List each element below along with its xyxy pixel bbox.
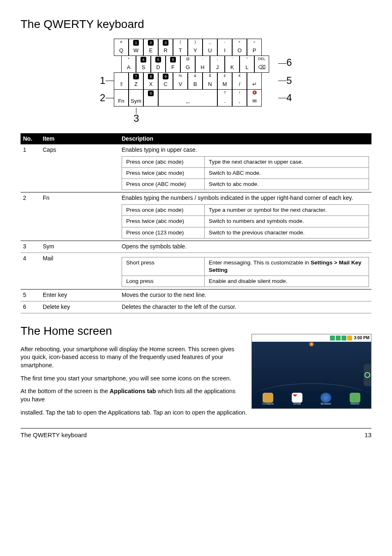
key: ⎵ — [158, 89, 217, 107]
wifi-icon — [336, 336, 341, 341]
th-no: No. — [21, 133, 40, 144]
home-p3-end: installed. Tap the tab to open the Appli… — [21, 409, 371, 417]
key: 6F — [166, 56, 180, 73]
table-row: 1CapsEnables typing in upper case.Press … — [21, 144, 371, 192]
annot-5: 5 — [286, 74, 292, 87]
dock-market[interactable]: Market — [348, 393, 362, 406]
key: @G — [180, 56, 195, 73]
annot-2: 2 — [100, 91, 105, 104]
home-p3-start: At the bottom of the screen is the Appli… — [21, 387, 243, 403]
heading-qwerty: The QWERTY keyboard — [21, 16, 371, 32]
key: 9C — [158, 72, 173, 90]
home-screenshot: 3:00 PM Contacts Gmail Browser Market — [251, 334, 371, 409]
key: 3R — [158, 39, 173, 56]
key: Sym — [129, 89, 143, 107]
key: ?. — [217, 89, 232, 107]
key: "L — [240, 56, 254, 73]
key: 'K — [225, 56, 240, 73]
key: 4S — [136, 56, 151, 73]
key: 0 — [143, 89, 158, 107]
description-table: No. Item Description 1CapsEnables typing… — [21, 133, 371, 313]
home-p1: After rebooting, your smartphone will di… — [21, 345, 243, 370]
table-row: 4MailShort pressEnter messaging. This is… — [21, 253, 371, 289]
th-item: Item — [40, 133, 119, 144]
table-row: 2FnEnables typing the numbers / symbols … — [21, 192, 371, 240]
dock-browser[interactable]: Browser — [319, 393, 332, 406]
key: 5°D — [151, 56, 166, 73]
signal-icon — [341, 336, 346, 341]
table-row: 5Enter keyMoves the cursor to the next l… — [21, 290, 371, 301]
key: )Y — [188, 39, 203, 56]
footer-title: The QWERTY keyboard — [21, 431, 87, 439]
key: :H — [195, 56, 210, 73]
dock: Contacts Gmail Browser Market — [252, 390, 371, 408]
key: Fn — [114, 89, 129, 107]
key: DEL⌫ — [254, 56, 269, 73]
key: £M — [217, 72, 232, 90]
annot-4: 4 — [286, 91, 292, 104]
table-row: 6Delete keyDeletes the character to the … — [21, 301, 371, 313]
key: -I — [217, 39, 232, 56]
keyboard-diagram: #Q1W2E3R(T)Y_U-I+O=P*A4S5°D6F@G:H;J'K"LD… — [81, 39, 311, 125]
battery-icon — [347, 336, 352, 341]
annot-6: 6 — [286, 56, 292, 69]
key: €/ — [232, 72, 247, 90]
key: =P — [247, 39, 262, 56]
key: ⇧ — [114, 72, 129, 90]
home-p2: The first time you start your smartphone… — [21, 375, 243, 383]
key: +O — [232, 39, 247, 56]
th-desc: Description — [119, 133, 371, 144]
page-footer: The QWERTY keyboard 13 — [21, 428, 371, 439]
key: $N — [203, 72, 217, 90]
footer-page-number: 13 — [364, 431, 371, 439]
key: %V — [173, 72, 188, 90]
bluetooth-icon — [330, 336, 335, 341]
key: 🔇✉ — [247, 89, 262, 107]
annot-3: 3 — [134, 112, 139, 125]
key: #Q — [114, 39, 129, 56]
key: _U — [203, 39, 217, 56]
key: 1W — [129, 39, 143, 56]
status-bar: 3:00 PM — [252, 334, 371, 342]
dock-gmail[interactable]: Gmail — [291, 393, 304, 406]
status-time: 3:00 PM — [354, 335, 369, 341]
sun-icon — [310, 343, 313, 346]
table-row: 3SymOpens the symbols table. — [21, 241, 371, 252]
key: ;J — [210, 56, 225, 73]
annot-1: 1 — [100, 74, 105, 87]
key: !, — [232, 89, 247, 107]
key: &B — [188, 72, 203, 90]
key: 2E — [143, 39, 158, 56]
key: 8X — [143, 72, 158, 90]
key: ↵ — [247, 72, 262, 90]
dock-contacts[interactable]: Contacts — [261, 393, 274, 406]
key: (T — [173, 39, 188, 56]
key: 7Z — [129, 72, 143, 90]
key: *A — [121, 56, 136, 73]
applications-tab[interactable] — [364, 364, 371, 386]
